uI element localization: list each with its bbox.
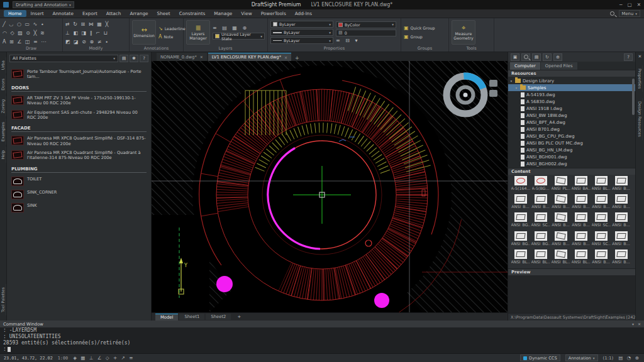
modify-tool-icons-row2[interactable]: ⊥ ◧ ◨ ∥ ⌐ ⊔ (65, 29, 109, 37)
content-thumbnail[interactable]: ANSI_B... (611, 231, 631, 249)
command-window-header[interactable]: Command Window ▾✕ (0, 321, 644, 327)
leaderline-button[interactable]: ↘Leaderline (158, 25, 186, 32)
tab-insert[interactable]: Insert (26, 10, 48, 17)
tab-home[interactable]: Home (4, 10, 26, 17)
palette-item[interactable]: SINK (11, 203, 147, 212)
tree-item[interactable]: ANSI BG PLC OUT MC.dwg (508, 140, 635, 146)
content-thumbnail[interactable]: ANSI_BA... (571, 176, 591, 194)
content-thumbnail[interactable]: ANSI_BG... (511, 212, 530, 230)
content-thumbnail[interactable]: ANSI_BL... (511, 250, 530, 267)
restore-button[interactable]: ▢ (628, 2, 632, 8)
content-thumbnail[interactable]: ANSI_B... (611, 250, 631, 267)
line-color-dropdown[interactable]: ByLayer▾ (270, 21, 333, 28)
tree-item[interactable]: ▾Design Library (508, 77, 635, 84)
content-thumbnail[interactable]: ANSI_B... (591, 250, 611, 267)
search-icon[interactable] (610, 11, 614, 16)
modify-tool-icons-row3[interactable]: ◩ ◪ ⊘ ⊗ ≠ ∙ (65, 38, 109, 46)
line-style-dropdown[interactable]: ByLayer▾ (270, 37, 333, 44)
search-icon[interactable] (521, 53, 530, 61)
dynamic-ccs-toggle[interactable]: Dynamic CCS (520, 354, 560, 361)
close-icon[interactable]: ✕ (638, 54, 642, 59)
content-thumbnail[interactable]: ANSI_B... (571, 231, 591, 249)
upload-icon[interactable]: ⊕ (553, 53, 562, 61)
content-thumbnail[interactable]: ANSI_BG... (531, 231, 550, 249)
design-resources-tab[interactable]: Design Resources (637, 98, 643, 140)
palette-section-facade[interactable]: FACADE (11, 124, 147, 132)
tree-scrollbar[interactable] (632, 79, 635, 115)
model-tab[interactable]: Model (155, 314, 178, 321)
content-thumbnail[interactable]: ANSI_SC... (591, 212, 611, 230)
layers-manager-button[interactable]: ≣Layers Manager (186, 20, 210, 45)
tool-palettes-tab[interactable]: Tool Palettes (1, 284, 6, 315)
tab-export[interactable]: Export (78, 10, 102, 17)
tree-item[interactable]: ANSI_BG_CPU_PG.dwg (508, 133, 635, 140)
group-label-annotations[interactable]: Annotations (130, 46, 183, 51)
palette-help-icon[interactable]: ? (140, 55, 148, 62)
content-thumbnail[interactable]: ANSI_SC... (591, 231, 611, 249)
workspace-switcher[interactable]: Drafting and Annotation▾ (13, 1, 74, 8)
expander-icon[interactable]: ▾ (509, 79, 513, 83)
menu-button[interactable]: Menu▾ (619, 10, 640, 17)
tree-item[interactable]: ANSI 1918 I.dwg (508, 105, 635, 112)
save-palette-icon[interactable]: ▤ (119, 55, 128, 62)
new-folder-icon[interactable]: ▣ (511, 53, 519, 61)
content-thumbnail[interactable]: ANSI_B... (611, 176, 631, 194)
close-icon[interactable]: ✕ (638, 322, 641, 326)
drawing-canvas[interactable]: Y (152, 61, 508, 312)
content-thumbnail[interactable]: ANSI_PL... (551, 176, 570, 194)
tree-item[interactable]: A-54193.dwg (508, 91, 635, 98)
content-thumbnail[interactable]: ANSI_B... (571, 212, 591, 230)
draw-tool-icons-row1[interactable]: ╱ ◡ ○ ▭ ∿ ∙ (3, 20, 47, 28)
layer-state-dropdown[interactable]: Unsaved Layer State▾ (213, 33, 265, 40)
draw-tool-icons-row3[interactable]: A ⊞ ∠ ◫ ≡ ⋯ (3, 38, 47, 46)
rich-line-color-dropdown[interactable]: ByColor▾ (336, 21, 396, 28)
palette-section-plumbing[interactable]: PLUMBING (11, 165, 147, 173)
group-button[interactable]: ▣Group (404, 33, 435, 41)
palette-tab-doors[interactable]: Doors (1, 75, 6, 94)
tab-constraints[interactable]: Constraints (175, 10, 210, 17)
status-right-icons[interactable]: ▤ ◔ ⊕ (618, 355, 640, 361)
palette-item[interactable]: TOILET (11, 177, 147, 186)
modify-tool-icons-row1[interactable]: ⇄ ↻ ⊞ ⋈ ▦ ╳ (65, 20, 109, 28)
palette-item[interactable]: Air Pannesa MR XPC8 Quadrant Simplifié -… (11, 136, 147, 146)
refresh-icon[interactable]: ↻ (543, 53, 552, 61)
dimension-button[interactable]: ↔Dimension (132, 20, 156, 45)
expander-icon[interactable]: ▾ (514, 86, 518, 90)
compass-button[interactable] (489, 90, 497, 97)
minimize-button[interactable]: ─ (619, 2, 623, 8)
palette-tab-help[interactable]: Help (1, 147, 6, 163)
snap-grid-ortho-icons[interactable]: ◈ ▦ ⊥ ∠ ◇ + ↗ ≡ (73, 355, 134, 361)
content-thumbnail[interactable]: ANSI_BL... (591, 176, 611, 194)
content-thumbnail[interactable]: A-5(BG... (531, 176, 550, 194)
tree-item-selected[interactable]: ▾Samples (508, 84, 635, 91)
group-label-properties[interactable]: Properties (268, 46, 401, 51)
content-thumbnail[interactable]: ANSI_B... (531, 194, 550, 212)
draw-tool-icons-row2[interactable]: ◠ ◇ ▨ ⊙ ╳ ≋ (3, 29, 47, 37)
tree-item[interactable]: ANSI_BG_HN_LM.dwg (508, 146, 635, 153)
close-icon[interactable]: ✕ (284, 55, 287, 60)
content-thumbnail[interactable]: ANSI_BG... (511, 231, 530, 249)
sheet1-tab[interactable]: Sheet1 (179, 314, 204, 320)
content-thumbnail[interactable]: A-5(164... (511, 176, 530, 194)
content-thumbnail[interactable]: ANSI_BL... (571, 250, 591, 267)
group-label-draw[interactable]: Draw (0, 46, 62, 51)
content-thumbnail[interactable]: ANSI_SC... (531, 212, 550, 230)
document-tab-active[interactable]: LV1 ENCLOSURE KEY PLAN.dwg*✕ (208, 53, 291, 61)
group-label-groups[interactable]: Groups (401, 46, 448, 51)
palette-tab-zoning[interactable]: Zoning (1, 96, 6, 116)
palette-item[interactable]: SINK_CORNER (11, 190, 147, 199)
group-label-tools[interactable]: Tools (449, 46, 494, 51)
content-thumbnail[interactable]: ANSI_BL... (551, 250, 570, 267)
draw-tools[interactable]: ╱ ◡ ○ ▭ ∿ ∙ ◠ ◇ ▨ ⊙ ╳ ≋ A ⊞ ∠ ◫ ≡ ⋯ (3, 20, 47, 45)
quick-group-button[interactable]: ▣Quick Group (404, 25, 435, 32)
help-icon[interactable]: ? (624, 53, 633, 61)
tree-item[interactable]: ANSI_BPT_A4.dwg (508, 119, 635, 126)
content-thumbnail[interactable]: ANSI_BL... (531, 250, 550, 267)
content-thumbnail[interactable]: ANSI_B... (551, 231, 570, 249)
command-input[interactable]: : (0, 346, 644, 352)
layer-tool-icons[interactable]: ≡ ▤ ▦ ⊕ (213, 25, 265, 31)
tab-annotate[interactable]: Annotate (48, 10, 78, 17)
document-tab[interactable]: NONAME_0.dwg*✕ (157, 53, 207, 61)
close-icon[interactable]: ✕ (200, 55, 203, 59)
measure-geometry-button[interactable]: ⌖Measure Geometry (452, 20, 475, 45)
